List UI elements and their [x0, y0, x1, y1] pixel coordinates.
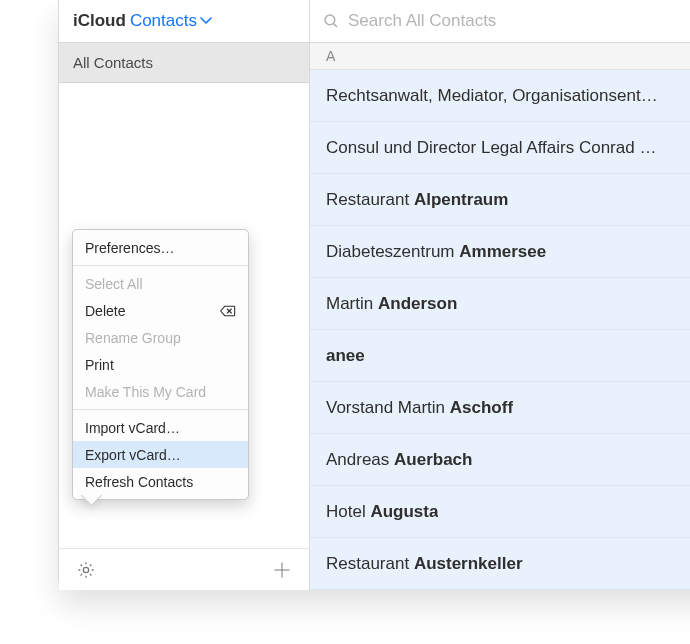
- contact-row[interactable]: Restaurant Alpentraum: [310, 174, 690, 226]
- menu-item-label: Export vCard…: [85, 447, 181, 463]
- sidebar-footer: [59, 548, 309, 590]
- app-window: iCloud Contacts All Contacts Preferences…: [58, 0, 690, 590]
- settings-popup-menu: Preferences…Select AllDeleteRename Group…: [72, 229, 249, 500]
- menu-item-label: Refresh Contacts: [85, 474, 193, 490]
- menu-item-label: Print: [85, 357, 114, 373]
- menu-item-label: Import vCard…: [85, 420, 180, 436]
- menu-item[interactable]: Delete: [73, 297, 248, 324]
- menu-item: Rename Group: [73, 324, 248, 351]
- contact-row[interactable]: Diabeteszentrum Ammersee: [310, 226, 690, 278]
- gear-icon[interactable]: [75, 559, 97, 581]
- contact-label: Restaurant Alpentraum: [326, 190, 508, 210]
- contact-row[interactable]: Vorstand Martin Aschoff: [310, 382, 690, 434]
- menu-separator: [73, 409, 248, 410]
- menu-item-label: Delete: [85, 303, 125, 319]
- menu-item[interactable]: Preferences…: [73, 234, 248, 261]
- contact-label: Martin Anderson: [326, 294, 457, 314]
- sidebar-header[interactable]: iCloud Contacts: [59, 0, 309, 43]
- title-icloud: iCloud: [73, 11, 126, 31]
- contact-row[interactable]: Restaurant Austernkeller: [310, 538, 690, 590]
- contact-row[interactable]: Andreas Auerbach: [310, 434, 690, 486]
- menu-item-label: Select All: [85, 276, 143, 292]
- contact-label: Vorstand Martin Aschoff: [326, 398, 513, 418]
- contact-row[interactable]: Martin Anderson: [310, 278, 690, 330]
- title-contacts: Contacts: [130, 11, 197, 31]
- menu-item[interactable]: Refresh Contacts: [73, 468, 248, 495]
- contact-label: Rechtsanwalt, Mediator, Organisationsent…: [326, 86, 658, 106]
- backspace-icon: [220, 305, 236, 317]
- menu-item[interactable]: Import vCard…: [73, 414, 248, 441]
- search-bar: [310, 0, 690, 43]
- sidebar-body: Preferences…Select AllDeleteRename Group…: [59, 83, 309, 548]
- popup-tail: [83, 495, 99, 511]
- menu-item: Select All: [73, 270, 248, 297]
- contact-label: Consul und Director Legal Affairs Conrad…: [326, 138, 656, 158]
- menu-item-label: Preferences…: [85, 240, 174, 256]
- contact-label: Andreas Auerbach: [326, 450, 472, 470]
- section-letter-label: A: [326, 48, 335, 64]
- menu-item-label: Make This My Card: [85, 384, 206, 400]
- chevron-down-icon[interactable]: [200, 17, 212, 25]
- svg-line-6: [333, 23, 337, 27]
- contact-label: Diabeteszentrum Ammersee: [326, 242, 546, 262]
- contact-row[interactable]: Hotel Augusta: [310, 486, 690, 538]
- contact-label: Restaurant Austernkeller: [326, 554, 523, 574]
- main-panel: A Rechtsanwalt, Mediator, Organisationse…: [310, 0, 690, 590]
- contact-row[interactable]: Consul und Director Legal Affairs Conrad…: [310, 122, 690, 174]
- menu-item-label: Rename Group: [85, 330, 181, 346]
- menu-separator: [73, 265, 248, 266]
- menu-item[interactable]: Export vCard…: [73, 441, 248, 468]
- svg-point-2: [83, 567, 88, 572]
- group-label: All Contacts: [73, 54, 153, 71]
- contact-list[interactable]: Rechtsanwalt, Mediator, Organisationsent…: [310, 70, 690, 590]
- contact-row[interactable]: anee: [310, 330, 690, 382]
- contact-row[interactable]: Rechtsanwalt, Mediator, Organisationsent…: [310, 70, 690, 122]
- menu-item[interactable]: Print: [73, 351, 248, 378]
- svg-point-5: [325, 15, 335, 25]
- sidebar: iCloud Contacts All Contacts Preferences…: [59, 0, 310, 590]
- contact-label: anee: [326, 346, 365, 366]
- search-icon: [322, 12, 340, 30]
- group-all-contacts[interactable]: All Contacts: [59, 43, 309, 83]
- section-header: A: [310, 43, 690, 70]
- contact-label: Hotel Augusta: [326, 502, 438, 522]
- menu-item: Make This My Card: [73, 378, 248, 405]
- plus-icon[interactable]: [271, 559, 293, 581]
- search-input[interactable]: [348, 11, 690, 31]
